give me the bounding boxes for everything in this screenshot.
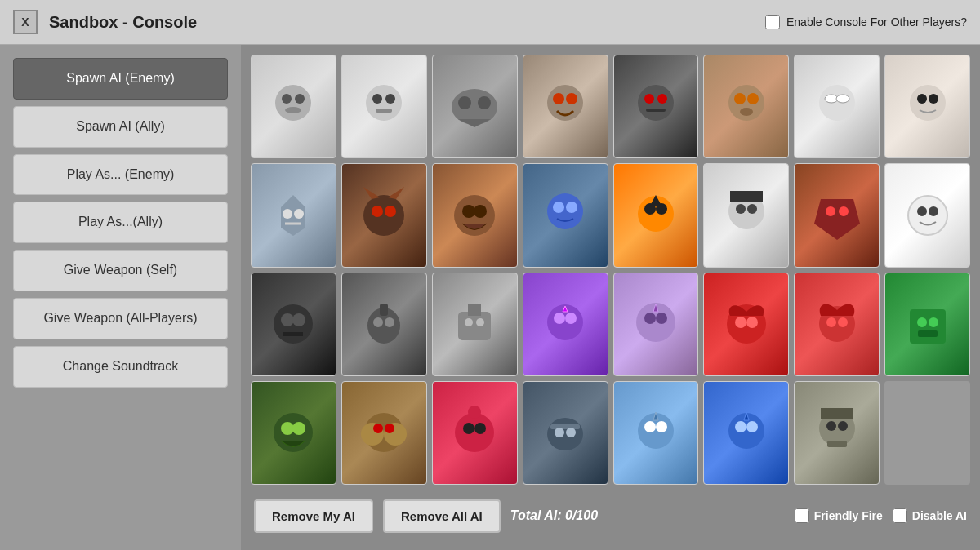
character-cell-30[interactable] (703, 381, 789, 485)
sidebar-btn-change-soundtrack[interactable]: Change Soundtrack (13, 346, 228, 388)
character-cell-13[interactable] (613, 163, 699, 267)
svg-rect-84 (918, 330, 938, 337)
remove-my-ai-button[interactable]: Remove My AI (254, 499, 373, 533)
svg-point-15 (638, 85, 674, 121)
character-svg-29 (623, 400, 688, 465)
character-cell-8[interactable] (884, 55, 970, 158)
svg-rect-81 (910, 309, 946, 344)
character-cell-1[interactable] (251, 55, 336, 158)
character-cell-20[interactable] (523, 273, 608, 376)
sidebar-btn-give-weapon-self[interactable]: Give Weapon (Self) (13, 250, 228, 291)
svg-point-9 (458, 96, 471, 109)
close-button[interactable]: X (13, 10, 38, 34)
character-cell-11[interactable] (432, 163, 518, 267)
character-svg-11 (442, 183, 507, 248)
svg-point-96 (468, 406, 481, 419)
svg-point-31 (363, 195, 404, 236)
character-svg-6 (714, 74, 779, 140)
svg-point-29 (283, 209, 292, 219)
svg-point-14 (566, 93, 577, 104)
character-cell-15[interactable] (794, 163, 880, 267)
remove-all-ai-button[interactable]: Remove All AI (383, 499, 501, 533)
character-cell-21[interactable] (613, 273, 699, 376)
character-cell-28[interactable] (523, 381, 608, 485)
svg-point-34 (372, 206, 383, 217)
character-cell-32 (884, 381, 970, 485)
character-cell-14[interactable] (703, 163, 789, 267)
friendly-fire-checkbox[interactable] (795, 508, 809, 523)
sidebar-btn-spawn-ally[interactable]: Spawn AI (Ally) (13, 106, 228, 148)
svg-rect-58 (283, 332, 303, 336)
svg-point-94 (463, 423, 474, 434)
character-cell-3[interactable] (432, 55, 518, 158)
character-cell-9[interactable] (251, 163, 336, 267)
character-cell-6[interactable] (703, 55, 789, 158)
sidebar-btn-give-weapon-all[interactable]: Give Weapon (All-Players) (13, 298, 228, 339)
character-cell-26[interactable] (341, 381, 427, 485)
svg-point-112 (838, 421, 848, 431)
character-cell-2[interactable] (341, 55, 427, 158)
window-title: Sandbox - Console (49, 13, 765, 32)
svg-point-80 (838, 317, 848, 327)
character-cell-12[interactable] (523, 163, 608, 267)
svg-point-77 (746, 317, 758, 328)
svg-point-20 (734, 93, 746, 104)
character-cell-24[interactable] (884, 273, 970, 376)
sidebar-btn-spawn-enemy[interactable]: Spawn AI (Enemy) (13, 58, 228, 100)
svg-point-3 (285, 107, 301, 113)
character-cell-31[interactable] (794, 381, 880, 485)
character-svg-20 (532, 291, 598, 357)
character-cell-4[interactable] (523, 55, 608, 158)
character-cell-10[interactable] (341, 163, 427, 267)
character-cell-7[interactable] (794, 55, 880, 158)
svg-point-4 (366, 85, 402, 121)
character-svg-19 (442, 291, 507, 357)
svg-point-65 (465, 318, 473, 326)
svg-point-51 (839, 206, 849, 216)
bottom-bar: Remove My AI Remove All AI Total AI: 0/1… (251, 491, 970, 540)
character-cell-22[interactable] (703, 273, 789, 376)
sidebar-btn-play-ally[interactable]: Play As...(Ally) (13, 202, 228, 243)
svg-point-50 (826, 206, 835, 216)
svg-point-5 (372, 94, 382, 104)
svg-point-87 (292, 422, 305, 435)
svg-point-54 (929, 206, 938, 216)
svg-rect-64 (468, 304, 481, 316)
svg-point-52 (908, 196, 947, 235)
svg-point-48 (736, 204, 746, 214)
svg-point-69 (565, 313, 577, 324)
svg-point-86 (281, 422, 294, 435)
svg-point-111 (826, 421, 836, 431)
svg-point-39 (547, 193, 583, 229)
disable-ai-checkbox[interactable] (893, 508, 907, 523)
character-svg-22 (714, 291, 779, 357)
enable-console-checkbox[interactable] (765, 15, 780, 29)
character-cell-25[interactable] (251, 381, 336, 485)
sidebar-btn-play-enemy[interactable]: Play As... (Enemy) (13, 154, 228, 196)
svg-point-40 (553, 202, 564, 213)
character-cell-16[interactable] (884, 163, 970, 267)
svg-point-100 (566, 428, 576, 437)
character-svg-17 (261, 291, 326, 357)
character-svg-4 (532, 74, 598, 140)
character-cell-29[interactable] (613, 381, 699, 485)
svg-rect-110 (821, 408, 853, 419)
svg-point-21 (747, 93, 759, 104)
character-cell-5[interactable] (613, 55, 699, 158)
character-svg-8 (895, 74, 960, 140)
character-svg-28 (532, 400, 598, 465)
disable-ai-label: Disable AI (912, 509, 967, 522)
character-cell-23[interactable] (794, 273, 880, 376)
svg-point-99 (555, 428, 564, 437)
character-cell-18[interactable] (341, 273, 427, 376)
character-cell-17[interactable] (251, 273, 336, 376)
character-cell-27[interactable] (432, 381, 518, 485)
character-svg-27 (442, 400, 507, 465)
svg-point-6 (385, 94, 395, 104)
svg-point-56 (281, 313, 294, 326)
svg-point-25 (836, 95, 849, 103)
title-bar: X Sandbox - Console Enable Console For O… (0, 0, 980, 45)
character-cell-19[interactable] (432, 273, 518, 376)
svg-point-53 (917, 206, 927, 216)
character-svg-13 (623, 183, 688, 248)
